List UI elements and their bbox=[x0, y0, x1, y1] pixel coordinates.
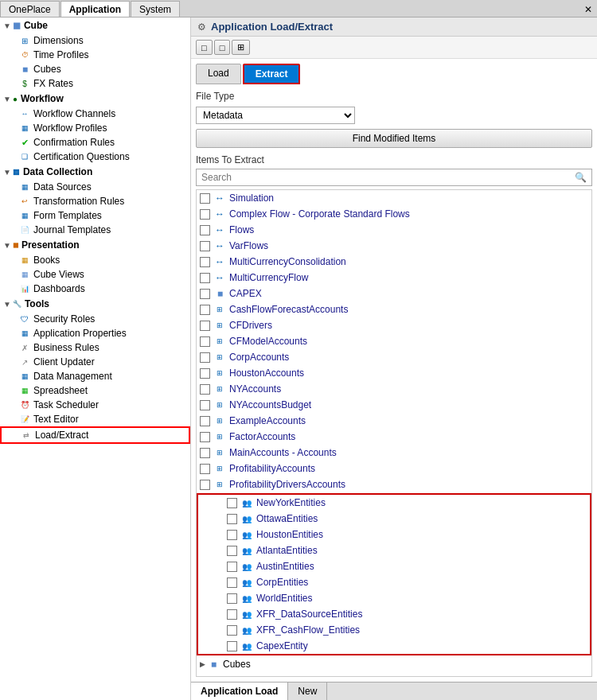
bottom-tab-new[interactable]: New bbox=[288, 682, 327, 700]
toolbar-btn-1[interactable]: □ bbox=[196, 40, 213, 55]
checkbox[interactable] bbox=[200, 464, 210, 474]
tree-container[interactable]: ↔ Simulation ↔ Complex Flow - Corporate … bbox=[196, 189, 592, 677]
list-item[interactable]: ⊞ FactorAccounts bbox=[197, 429, 591, 445]
sidebar-item-certquestions[interactable]: ❑ Certification Questions bbox=[0, 150, 190, 164]
list-item[interactable]: 👥 CapexEntity bbox=[198, 638, 590, 654]
checkbox[interactable] bbox=[227, 546, 237, 556]
checkbox[interactable] bbox=[227, 625, 237, 636]
list-item[interactable]: ⊞ CashFlowForecastAccounts bbox=[197, 301, 591, 317]
sidebar-item-datamgmt[interactable]: ▦ Data Management bbox=[0, 369, 190, 383]
checkbox[interactable] bbox=[200, 225, 210, 235]
sidebar-group-tools[interactable]: ▼ 🔧 Tools bbox=[0, 296, 190, 312]
list-item[interactable]: ⊞ CFDrivers bbox=[197, 317, 591, 333]
list-item[interactable]: ⊞ CFModelAccounts bbox=[197, 333, 591, 349]
checkbox[interactable] bbox=[227, 641, 237, 651]
tab-system[interactable]: System bbox=[131, 1, 180, 17]
list-item[interactable]: ↔ MultiCurrencyConsolidation bbox=[197, 254, 591, 270]
checkbox[interactable] bbox=[200, 321, 210, 331]
sidebar-item-datasources[interactable]: ▦ Data Sources bbox=[0, 180, 190, 194]
sidebar-item-confirmrules[interactable]: ✔ Confirmation Rules bbox=[0, 135, 190, 150]
search-input[interactable] bbox=[197, 169, 570, 185]
list-item[interactable]: 👥 XFR_DataSourceEntities bbox=[198, 606, 590, 622]
list-item[interactable]: ⊞ MainAccounts - Accounts bbox=[197, 445, 591, 461]
sidebar-item-dimensions[interactable]: ⊞ Dimensions bbox=[0, 33, 190, 48]
list-item[interactable]: 👥 XFR_CashFlow_Entities bbox=[198, 622, 590, 638]
sidebar-item-taskscheduler[interactable]: ⏰ Task Scheduler bbox=[0, 398, 190, 412]
checkbox[interactable] bbox=[227, 498, 237, 508]
checkbox[interactable] bbox=[200, 305, 210, 315]
toolbar-btn-3[interactable]: ⊞ bbox=[232, 40, 250, 55]
toolbar-btn-2[interactable]: □ bbox=[214, 40, 231, 55]
list-item[interactable]: ↔ VarFlows bbox=[197, 238, 591, 254]
checkbox[interactable] bbox=[200, 480, 210, 490]
list-item[interactable]: 👥 OttawaEntities bbox=[198, 511, 590, 527]
list-item[interactable]: ▶ ◼ Cubes bbox=[197, 656, 591, 672]
checkbox[interactable] bbox=[227, 530, 237, 540]
sidebar-item-wfchannels[interactable]: ↔ Workflow Channels bbox=[0, 107, 190, 121]
sidebar-item-dashboards[interactable]: 📊 Dashboards bbox=[0, 282, 190, 296]
list-item[interactable]: ⊞ NYAccounts bbox=[197, 381, 591, 397]
list-item[interactable]: ⊞ NYAccountsBudget bbox=[197, 397, 591, 413]
sidebar-item-spreadsheet[interactable]: ▦ Spreadsheet bbox=[0, 383, 190, 398]
checkbox[interactable] bbox=[200, 257, 210, 267]
checkbox[interactable] bbox=[200, 368, 210, 379]
sidebar-group-presentation[interactable]: ▼ ◼ Presentation bbox=[0, 237, 190, 253]
sidebar-item-loadextract[interactable]: ⇄ Load/Extract bbox=[0, 426, 190, 444]
checkbox[interactable] bbox=[200, 273, 210, 283]
sidebar-group-cube[interactable]: ▼ ◼ Cube bbox=[0, 18, 190, 33]
sidebar-item-wfprofiles[interactable]: ▦ Workflow Profiles bbox=[0, 121, 190, 135]
checkbox[interactable] bbox=[200, 289, 210, 299]
checkbox[interactable] bbox=[200, 384, 210, 395]
checkbox[interactable] bbox=[227, 514, 237, 524]
checkbox[interactable] bbox=[200, 432, 210, 442]
find-modified-btn[interactable]: Find Modified Items bbox=[196, 129, 592, 148]
checkbox[interactable] bbox=[200, 416, 210, 426]
sidebar-item-transformrules[interactable]: ↩ Transformation Rules bbox=[0, 194, 190, 208]
list-item[interactable]: ⊞ HoustonAccounts bbox=[197, 365, 591, 381]
checkbox[interactable] bbox=[227, 562, 237, 572]
bottom-tab-appload[interactable]: Application Load bbox=[191, 682, 288, 700]
checkbox[interactable] bbox=[200, 448, 210, 458]
sidebar-item-books[interactable]: ▦ Books bbox=[0, 253, 190, 267]
tab-application[interactable]: Application bbox=[60, 1, 130, 17]
list-item[interactable]: 👥 WorldEntities bbox=[198, 590, 590, 606]
list-item[interactable]: ⊞ ProfitabilityAccounts bbox=[197, 461, 591, 476]
tab-bar-close[interactable]: ✕ bbox=[579, 2, 597, 17]
list-item[interactable]: 👥 NewYorkEntities bbox=[198, 495, 590, 511]
list-item[interactable]: ↔ Flows bbox=[197, 222, 591, 238]
list-item[interactable]: ↔ Simulation bbox=[197, 190, 591, 206]
checkbox[interactable] bbox=[200, 336, 210, 347]
sidebar-item-securityroles[interactable]: 🛡 Security Roles bbox=[0, 312, 190, 326]
sidebar-item-journaltemplates[interactable]: 📄 Journal Templates bbox=[0, 223, 190, 237]
list-item[interactable]: ↔ MultiCurrencyFlow bbox=[197, 270, 591, 286]
tab-load[interactable]: Load bbox=[196, 64, 241, 84]
sidebar-item-texteditor[interactable]: 📝 Text Editor bbox=[0, 412, 190, 426]
file-type-select[interactable]: Metadata Data Security bbox=[196, 107, 355, 124]
checkbox[interactable] bbox=[227, 593, 237, 604]
tab-extract[interactable]: Extract bbox=[243, 64, 301, 84]
tab-oneplace[interactable]: OnePlace bbox=[0, 1, 60, 17]
list-item[interactable]: 👥 AustinEntities bbox=[198, 558, 590, 574]
list-item[interactable]: ⊞ CorpAccounts bbox=[197, 349, 591, 365]
sidebar-item-formtemplates[interactable]: ▦ Form Templates bbox=[0, 208, 190, 223]
checkbox[interactable] bbox=[200, 193, 210, 204]
list-item[interactable]: 👥 AtlantaEntities bbox=[198, 542, 590, 558]
sidebar-item-timeprofiles[interactable]: ⏱ Time Profiles bbox=[0, 48, 190, 62]
list-item[interactable]: ◼ CAPEX bbox=[197, 286, 591, 301]
sidebar-group-datacollection[interactable]: ▼ ▦ Data Collection bbox=[0, 164, 190, 180]
checkbox[interactable] bbox=[227, 578, 237, 588]
sidebar-item-bizrules[interactable]: ✗ Business Rules bbox=[0, 340, 190, 355]
checkbox[interactable] bbox=[200, 400, 210, 410]
list-item[interactable]: ⊞ ExampleAccounts bbox=[197, 413, 591, 429]
checkbox[interactable] bbox=[200, 352, 210, 363]
list-item[interactable]: 👥 HoustonEntities bbox=[198, 527, 590, 542]
list-item[interactable]: ⊞ ProfitabilityDriversAccounts bbox=[197, 476, 591, 492]
list-item[interactable]: ↔ Complex Flow - Corporate Standard Flow… bbox=[197, 206, 591, 222]
sidebar-item-clientupdater[interactable]: ↗ Client Updater bbox=[0, 355, 190, 369]
checkbox[interactable] bbox=[200, 209, 210, 220]
sidebar-group-workflow[interactable]: ▼ ● Workflow bbox=[0, 91, 190, 107]
sidebar-item-fxrates[interactable]: $ FX Rates bbox=[0, 76, 190, 91]
list-item[interactable]: 👥 CorpEntities bbox=[198, 574, 590, 590]
sidebar-item-cubeviews[interactable]: ▦ Cube Views bbox=[0, 267, 190, 282]
sidebar-item-cubes[interactable]: ◼ Cubes bbox=[0, 62, 190, 76]
